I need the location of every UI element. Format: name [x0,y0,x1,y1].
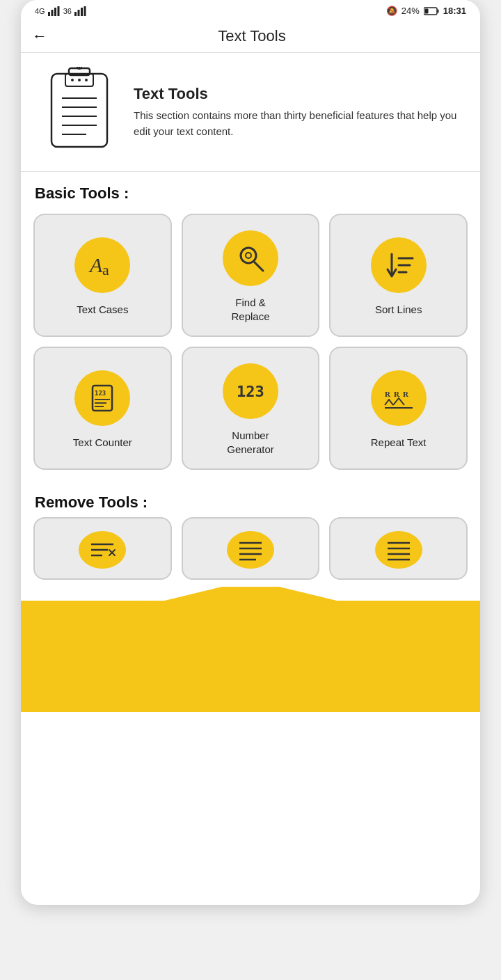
tool-card-repeat-text[interactable]: R R R . . Repeat Text [329,347,468,470]
tool-card-sort-lines[interactable]: Sort Lines [329,214,468,337]
text-cases-label: Text Cases [77,303,128,317]
signal-bars [48,6,61,16]
remove-3-icon-circle [375,531,422,569]
svg-text:a: a [102,261,109,278]
svg-text:.: . [399,392,400,398]
tool-card-remove-3[interactable] [329,517,468,580]
remove-2-icon-circle [227,531,274,569]
battery-percent: 24% [401,6,420,16]
tool-card-remove-2[interactable] [182,517,320,580]
tool-card-text-counter[interactable]: 123 Text Counter [33,347,172,470]
svg-rect-1 [51,10,53,16]
number-generator-icon-circle: 123 [223,363,278,419]
svg-text:.: . [389,392,390,398]
svg-text:R: R [403,390,409,398]
back-button[interactable]: ← [32,27,47,45]
text-counter-label: Text Counter [73,436,132,450]
sort-lines-label: Sort Lines [375,303,422,317]
repeat-text-label: Repeat Text [371,436,427,450]
sort-lines-icon-circle [371,237,427,293]
find-replace-label: Find &Replace [231,296,269,323]
svg-text:123: 123 [237,383,264,400]
tool-card-find-replace[interactable]: Find &Replace [182,214,320,337]
svg-rect-7 [84,6,86,16]
text-cases-icon-circle: A a [74,237,130,293]
network-indicator: 4G [35,7,45,15]
time-display: 18:31 [443,6,466,16]
basic-tools-label: Basic Tools : [21,172,480,208]
svg-rect-5 [77,10,79,16]
signal-bars-2 [74,6,87,16]
svg-rect-3 [57,6,59,16]
tool-card-number-generator[interactable]: 123 NumberGenerator [182,347,320,470]
hero-text: Text Tools This section contains more th… [134,85,466,140]
svg-rect-9 [437,9,438,13]
svg-rect-10 [424,8,428,13]
basic-tools-grid: A a Text Cases Find &Replace [21,208,480,481]
svg-point-23 [85,79,88,81]
tool-card-remove-1[interactable] [33,517,172,580]
hero-section: Text Tools This section contains more th… [21,53,480,172]
svg-point-22 [78,79,81,81]
battery-icon [424,7,439,15]
hero-description: This section contains more than thirty b… [134,107,466,140]
hero-image [38,67,121,157]
svg-text:123: 123 [95,390,106,397]
tool-card-text-cases[interactable]: A a Text Cases [33,214,172,337]
status-right: 🔕 24% 18:31 [386,6,466,16]
svg-point-21 [71,79,74,81]
remove-tools-grid [21,517,480,580]
svg-point-28 [246,253,251,258]
text-counter-icon-circle: 123 [74,370,130,426]
phone-frame: 4G 36 🔕 24% [21,0,480,905]
yellow-triangle [21,587,480,635]
header: ← Text Tools [21,20,480,53]
remove-tools-label: Remove Tools : [21,481,480,517]
svg-rect-4 [74,12,77,16]
number-generator-label: NumberGenerator [227,429,274,456]
network-indicator-2: 36 [63,7,72,15]
svg-rect-0 [48,12,50,16]
status-left: 4G 36 [35,6,87,16]
svg-text:A: A [88,253,103,276]
mute-icon: 🔕 [386,6,397,16]
svg-rect-6 [81,8,83,16]
remove-1-icon-circle [79,531,126,569]
find-replace-icon-circle [223,230,278,286]
svg-rect-14 [51,74,107,147]
page-title: Text Tools [58,27,445,45]
hero-title: Text Tools [134,85,466,103]
repeat-text-icon-circle: R R R . . [371,370,427,426]
status-bar: 4G 36 🔕 24% [21,0,480,20]
svg-rect-2 [54,8,56,16]
svg-line-27 [254,262,263,271]
